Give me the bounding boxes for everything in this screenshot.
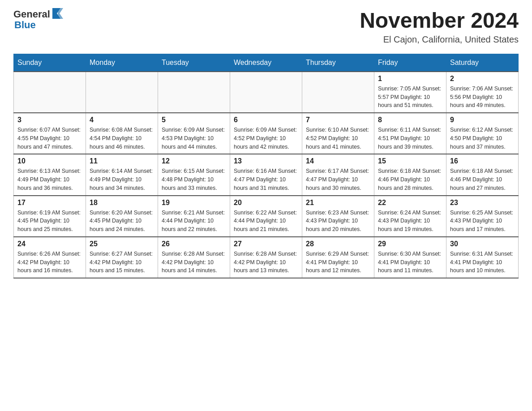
day-of-week-header: Thursday: [302, 54, 374, 72]
day-number: 28: [306, 240, 370, 248]
day-number: 30: [450, 240, 515, 248]
day-number: 1: [378, 75, 442, 83]
day-number: 14: [306, 157, 370, 165]
calendar-cell: 14Sunrise: 6:17 AM Sunset: 4:47 PM Dayli…: [302, 154, 374, 195]
month-title: November 2024: [360, 9, 519, 33]
day-info: Sunrise: 6:09 AM Sunset: 4:52 PM Dayligh…: [234, 126, 298, 151]
day-info: Sunrise: 6:11 AM Sunset: 4:51 PM Dayligh…: [378, 126, 442, 151]
day-number: 19: [162, 199, 226, 207]
day-of-week-header: Wednesday: [230, 54, 302, 72]
day-info: Sunrise: 6:18 AM Sunset: 4:46 PM Dayligh…: [450, 167, 515, 192]
day-of-week-header: Sunday: [14, 54, 86, 72]
day-info: Sunrise: 6:30 AM Sunset: 4:41 PM Dayligh…: [378, 250, 442, 275]
day-info: Sunrise: 6:25 AM Sunset: 4:43 PM Dayligh…: [450, 209, 515, 234]
calendar-cell: [158, 72, 230, 113]
day-number: 3: [17, 116, 82, 124]
day-info: Sunrise: 6:24 AM Sunset: 4:43 PM Dayligh…: [378, 209, 442, 234]
calendar-header-row: SundayMondayTuesdayWednesdayThursdayFrid…: [14, 54, 519, 72]
day-number: 29: [378, 240, 442, 248]
day-number: 4: [90, 116, 154, 124]
calendar-week-row: 24Sunrise: 6:26 AM Sunset: 4:42 PM Dayli…: [14, 237, 519, 278]
day-info: Sunrise: 6:27 AM Sunset: 4:42 PM Dayligh…: [90, 250, 154, 275]
day-number: 23: [450, 199, 515, 207]
day-number: 27: [234, 240, 298, 248]
day-info: Sunrise: 6:16 AM Sunset: 4:47 PM Dayligh…: [234, 167, 298, 192]
calendar-cell: 22Sunrise: 6:24 AM Sunset: 4:43 PM Dayli…: [374, 196, 446, 237]
day-info: Sunrise: 6:15 AM Sunset: 4:48 PM Dayligh…: [162, 167, 226, 192]
day-number: 21: [306, 199, 370, 207]
calendar-cell: 2Sunrise: 7:06 AM Sunset: 5:56 PM Daylig…: [446, 72, 519, 113]
calendar-cell: 4Sunrise: 6:08 AM Sunset: 4:54 PM Daylig…: [86, 113, 158, 154]
day-info: Sunrise: 6:17 AM Sunset: 4:47 PM Dayligh…: [306, 167, 370, 192]
svg-marker-1: [58, 8, 63, 19]
day-number: 5: [162, 116, 226, 124]
calendar-cell: 6Sunrise: 6:09 AM Sunset: 4:52 PM Daylig…: [230, 113, 302, 154]
calendar-table: SundayMondayTuesdayWednesdayThursdayFrid…: [13, 54, 519, 278]
calendar-cell: 30Sunrise: 6:31 AM Sunset: 4:41 PM Dayli…: [446, 237, 519, 278]
day-info: Sunrise: 6:31 AM Sunset: 4:41 PM Dayligh…: [450, 250, 515, 275]
calendar-week-row: 17Sunrise: 6:19 AM Sunset: 4:45 PM Dayli…: [14, 196, 519, 237]
calendar-cell: [230, 72, 302, 113]
calendar-cell: 18Sunrise: 6:20 AM Sunset: 4:45 PM Dayli…: [86, 196, 158, 237]
calendar-cell: 15Sunrise: 6:18 AM Sunset: 4:46 PM Dayli…: [374, 154, 446, 195]
calendar-cell: 25Sunrise: 6:27 AM Sunset: 4:42 PM Dayli…: [86, 237, 158, 278]
day-info: Sunrise: 6:28 AM Sunset: 4:42 PM Dayligh…: [162, 250, 226, 275]
day-info: Sunrise: 6:12 AM Sunset: 4:50 PM Dayligh…: [450, 126, 515, 151]
day-number: 10: [17, 157, 82, 165]
day-info: Sunrise: 6:18 AM Sunset: 4:46 PM Dayligh…: [378, 167, 442, 192]
day-info: Sunrise: 7:06 AM Sunset: 5:56 PM Dayligh…: [450, 85, 515, 110]
day-info: Sunrise: 6:09 AM Sunset: 4:53 PM Dayligh…: [162, 126, 226, 151]
day-of-week-header: Friday: [374, 54, 446, 72]
calendar-cell: 11Sunrise: 6:14 AM Sunset: 4:49 PM Dayli…: [86, 154, 158, 195]
calendar-cell: 10Sunrise: 6:13 AM Sunset: 4:49 PM Dayli…: [14, 154, 86, 195]
calendar-cell: 27Sunrise: 6:28 AM Sunset: 4:42 PM Dayli…: [230, 237, 302, 278]
day-number: 22: [378, 199, 442, 207]
logo-blue-text: Blue: [14, 20, 36, 30]
day-info: Sunrise: 7:05 AM Sunset: 5:57 PM Dayligh…: [378, 85, 442, 110]
calendar-week-row: 10Sunrise: 6:13 AM Sunset: 4:49 PM Dayli…: [14, 154, 519, 195]
calendar-cell: 1Sunrise: 7:05 AM Sunset: 5:57 PM Daylig…: [374, 72, 446, 113]
calendar-cell: [302, 72, 374, 113]
calendar-cell: 26Sunrise: 6:28 AM Sunset: 4:42 PM Dayli…: [158, 237, 230, 278]
day-info: Sunrise: 6:23 AM Sunset: 4:43 PM Dayligh…: [306, 209, 370, 234]
day-number: 8: [378, 116, 442, 124]
calendar-cell: 16Sunrise: 6:18 AM Sunset: 4:46 PM Dayli…: [446, 154, 519, 195]
day-number: 18: [90, 199, 154, 207]
day-info: Sunrise: 6:08 AM Sunset: 4:54 PM Dayligh…: [90, 126, 154, 151]
day-info: Sunrise: 6:20 AM Sunset: 4:45 PM Dayligh…: [90, 209, 154, 234]
day-number: 7: [306, 116, 370, 124]
day-number: 24: [17, 240, 82, 248]
logo-flag-icon: [51, 7, 63, 20]
day-of-week-header: Monday: [86, 54, 158, 72]
day-number: 12: [162, 157, 226, 165]
day-number: 11: [90, 157, 154, 165]
day-number: 20: [234, 199, 298, 207]
calendar-cell: 13Sunrise: 6:16 AM Sunset: 4:47 PM Dayli…: [230, 154, 302, 195]
calendar-week-row: 1Sunrise: 7:05 AM Sunset: 5:57 PM Daylig…: [14, 72, 519, 113]
logo: General Blue: [13, 9, 63, 30]
calendar-cell: 28Sunrise: 6:29 AM Sunset: 4:41 PM Dayli…: [302, 237, 374, 278]
day-info: Sunrise: 6:26 AM Sunset: 4:42 PM Dayligh…: [17, 250, 82, 275]
calendar-cell: 23Sunrise: 6:25 AM Sunset: 4:43 PM Dayli…: [446, 196, 519, 237]
calendar-cell: 19Sunrise: 6:21 AM Sunset: 4:44 PM Dayli…: [158, 196, 230, 237]
day-info: Sunrise: 6:21 AM Sunset: 4:44 PM Dayligh…: [162, 209, 226, 234]
day-number: 9: [450, 116, 515, 124]
day-of-week-header: Saturday: [446, 54, 519, 72]
day-number: 26: [162, 240, 226, 248]
page-header: General Blue November 2024 El Cajon, Cal…: [13, 9, 519, 45]
calendar-cell: 5Sunrise: 6:09 AM Sunset: 4:53 PM Daylig…: [158, 113, 230, 154]
calendar-cell: 29Sunrise: 6:30 AM Sunset: 4:41 PM Dayli…: [374, 237, 446, 278]
day-info: Sunrise: 6:19 AM Sunset: 4:45 PM Dayligh…: [17, 209, 82, 234]
calendar-cell: [86, 72, 158, 113]
calendar-cell: 21Sunrise: 6:23 AM Sunset: 4:43 PM Dayli…: [302, 196, 374, 237]
calendar-cell: 17Sunrise: 6:19 AM Sunset: 4:45 PM Dayli…: [14, 196, 86, 237]
calendar-cell: 3Sunrise: 6:07 AM Sunset: 4:55 PM Daylig…: [14, 113, 86, 154]
calendar-cell: 9Sunrise: 6:12 AM Sunset: 4:50 PM Daylig…: [446, 113, 519, 154]
day-info: Sunrise: 6:13 AM Sunset: 4:49 PM Dayligh…: [17, 167, 82, 192]
day-number: 25: [90, 240, 154, 248]
day-number: 2: [450, 75, 515, 83]
logo-general-text: General: [13, 9, 50, 20]
day-of-week-header: Tuesday: [158, 54, 230, 72]
location-text: El Cajon, California, United States: [360, 34, 519, 45]
calendar-week-row: 3Sunrise: 6:07 AM Sunset: 4:55 PM Daylig…: [14, 113, 519, 154]
